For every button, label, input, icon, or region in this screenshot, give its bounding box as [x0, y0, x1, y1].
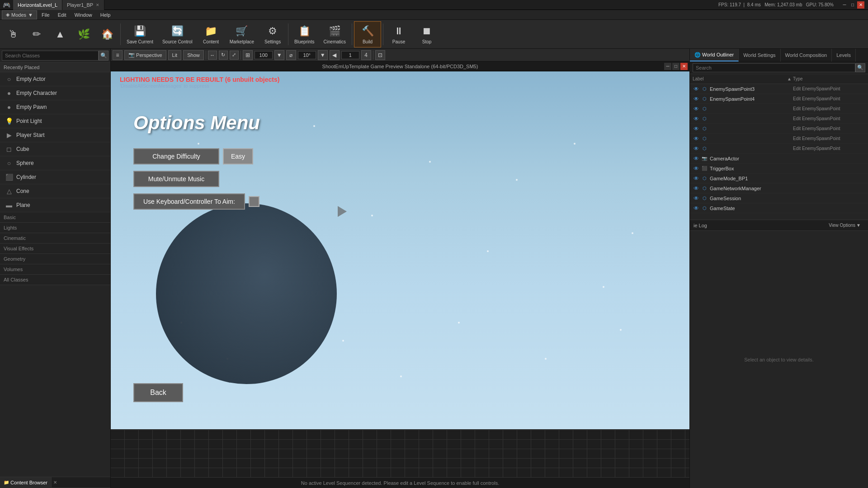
outliner-item-enemy-spawn-4[interactable]: 👁 ⬡ Edit EnemySpawnPoint [690, 114, 868, 124]
outliner-search-input[interactable] [693, 63, 855, 72]
visibility-icon-trigger[interactable]: 👁 [693, 165, 700, 172]
cam-mult-value[interactable]: 4 [361, 50, 371, 60]
outliner-item-enemy-spawn-6[interactable]: 👁 ⬡ Edit EnemySpawnPoint [690, 134, 868, 144]
category-all-classes[interactable]: All Classes [0, 275, 110, 285]
outliner-item-trigger-box[interactable]: 👁 ⬛ TriggerBox [690, 164, 868, 174]
layout-icon[interactable]: ⊡ [375, 50, 385, 60]
outliner-item-camera-actor[interactable]: 👁 📷 CameraActor [690, 154, 868, 164]
minimize-button[interactable]: ─ [841, 1, 848, 9]
change-difficulty-button[interactable]: Change Difficulty [133, 148, 219, 164]
item-empty-character[interactable]: ● Empty Character [0, 86, 110, 100]
tab-world-composition[interactable]: World Composition [781, 49, 832, 61]
fov-value[interactable]: 100 [255, 51, 273, 59]
outliner-item-enemy-spawn-3[interactable]: 👁 ⬡ Edit EnemySpawnPoint [690, 104, 868, 114]
pause-button[interactable]: ⏸ Pause [385, 21, 412, 47]
angle-value[interactable]: 10° [298, 51, 316, 59]
save-current-button[interactable]: 💾 Save Current [123, 21, 157, 47]
visibility-icon-session[interactable]: 👁 [693, 195, 700, 202]
perspective-button[interactable]: 📷 Perspective [124, 50, 166, 60]
tab-horizontal-level[interactable]: HorizontalLevel_L [13, 0, 62, 10]
visibility-icon-camera[interactable]: 👁 [693, 155, 700, 162]
view-options-button[interactable]: View Options ▼ [825, 222, 864, 229]
item-sphere[interactable]: ○ Sphere [0, 156, 110, 170]
maximize-button[interactable]: □ [849, 1, 856, 9]
outliner-item-gamenetwork[interactable]: 👁 ⬡ GameNetworkManager [690, 183, 868, 193]
tab-levels[interactable]: Levels [832, 49, 856, 61]
angle-menu[interactable]: ▼ [318, 50, 328, 60]
menu-help[interactable]: Help [97, 10, 114, 20]
visibility-icon-network[interactable]: 👁 [693, 185, 700, 192]
translate-icon[interactable]: ↔ [208, 51, 217, 60]
toolbar-mode-foliage[interactable]: 🌿 [72, 21, 95, 47]
content-browser-close[interactable]: ✕ [52, 477, 59, 488]
keyboard-aim-checkbox[interactable] [249, 196, 259, 207]
class-search-input[interactable] [2, 51, 99, 61]
tab-player1-bp[interactable]: Player1_BP ✕ [62, 0, 104, 10]
content-button[interactable]: 📁 Content [198, 21, 225, 47]
item-empty-actor[interactable]: ○ Empty Actor [0, 72, 110, 86]
outliner-item-enemy-spawn-1[interactable]: 👁 ⬡ EnemySpawnPoint3 Edit EnemySpawnPoin… [690, 84, 868, 94]
category-volumes[interactable]: Volumes [0, 264, 110, 275]
keyboard-aim-button[interactable]: Use Keyboard/Controller To Aim: [133, 193, 245, 210]
menu-edit[interactable]: Edit [54, 10, 70, 20]
viewport-menu-btn[interactable]: ≡ [113, 50, 123, 60]
category-visual-effects[interactable]: Visual Effects [0, 244, 110, 254]
marketplace-button[interactable]: 🛒 Marketplace [226, 21, 258, 47]
mute-music-button[interactable]: Mute/Unmute Music [133, 171, 219, 187]
menu-window[interactable]: Window [71, 10, 96, 20]
grid-snap-toggle[interactable]: ⊞ [243, 50, 253, 60]
visibility-icon-5[interactable]: 👁 [693, 125, 700, 132]
lit-button[interactable]: Lit [168, 50, 182, 60]
category-lights[interactable]: Lights [0, 223, 110, 233]
preview-minimize[interactable]: ─ [664, 63, 671, 70]
close-button[interactable]: ✕ [857, 1, 864, 9]
category-geometry[interactable]: Geometry [0, 254, 110, 264]
outliner-item-enemy-spawn-5[interactable]: 👁 ⬡ Edit EnemySpawnPoint [690, 124, 868, 134]
content-browser-tab[interactable]: 📁 Content Browser [0, 477, 52, 488]
visibility-icon-2[interactable]: 👁 [693, 95, 700, 103]
visibility-icon-gamemode[interactable]: 👁 [693, 175, 700, 182]
toolbar-mode-paint[interactable]: ✏ [25, 21, 48, 47]
settings-button[interactable]: ⚙ Settings [259, 21, 286, 47]
category-basic[interactable]: Basic [0, 212, 110, 223]
modes-button[interactable]: ◈ Modes ▼ [2, 10, 37, 19]
toolbar-mode-select[interactable]: 🖱 [2, 21, 24, 47]
item-cube[interactable]: ◻ Cube [0, 142, 110, 156]
category-cinematic[interactable]: Cinematic [0, 233, 110, 244]
tab-world-outliner[interactable]: 🌐 World Outliner [690, 49, 739, 61]
outliner-item-gamestate[interactable]: 👁 ⬡ GameState [690, 203, 868, 213]
game-preview-viewport[interactable]: LIGHTING NEEDS TO BE REBUILT (6 unbuilt … [111, 71, 689, 429]
item-cone[interactable]: △ Cone [0, 184, 110, 198]
cinematics-button[interactable]: 🎬 Cinematics [320, 21, 350, 47]
show-button[interactable]: Show [183, 50, 204, 60]
outliner-item-gamesession[interactable]: 👁 ⬡ GameSession [690, 193, 868, 203]
blueprints-button[interactable]: 📋 Blueprints [290, 21, 318, 47]
visibility-icon-state[interactable]: 👁 [693, 205, 700, 212]
rotate-icon[interactable]: ↻ [219, 51, 228, 60]
toolbar-mode-geometry[interactable]: 🏠 [96, 21, 118, 47]
outliner-item-gamemode[interactable]: 👁 ⬡ GameMode_BP1 [690, 174, 868, 183]
visibility-icon-1[interactable]: 👁 [693, 85, 700, 93]
tab-close[interactable]: ✕ [96, 3, 99, 7]
preview-restore[interactable]: □ [672, 63, 679, 70]
item-empty-pawn[interactable]: ● Empty Pawn [0, 100, 110, 114]
toolbar-mode-landscape[interactable]: ▲ [49, 21, 71, 47]
stop-button[interactable]: ⏹ Stop [413, 21, 440, 47]
build-button[interactable]: 🔨 Build [354, 21, 381, 47]
outliner-item-enemy-spawn-7[interactable]: 👁 ⬡ Edit EnemySpawnPoint [690, 144, 868, 154]
outliner-item-enemy-spawn-2[interactable]: 👁 ⬡ EnemySpawnPoint4 Edit EnemySpawnPoin… [690, 94, 868, 104]
visibility-icon-4[interactable]: 👁 [693, 115, 700, 122]
tab-world-settings[interactable]: World Settings [739, 49, 780, 61]
fov-menu[interactable]: ▼ [274, 50, 284, 60]
source-control-button[interactable]: 🔄 Source Control [158, 21, 197, 47]
visibility-icon-7[interactable]: 👁 [693, 145, 700, 152]
outliner-search-button[interactable]: 🔍 [855, 63, 865, 72]
item-point-light[interactable]: 💡 Point Light [0, 114, 110, 128]
scale-icon[interactable]: ⤢ [230, 51, 239, 60]
preview-close[interactable]: ✕ [680, 63, 688, 70]
angle-snap-toggle[interactable]: ⌀ [286, 50, 296, 60]
item-plane[interactable]: ▬ Plane [0, 198, 110, 212]
item-player-start[interactable]: ▶ Player Start [0, 128, 110, 142]
item-cylinder[interactable]: ⬛ Cylinder [0, 170, 110, 184]
cam-speed-down[interactable]: ◀ [330, 50, 340, 60]
